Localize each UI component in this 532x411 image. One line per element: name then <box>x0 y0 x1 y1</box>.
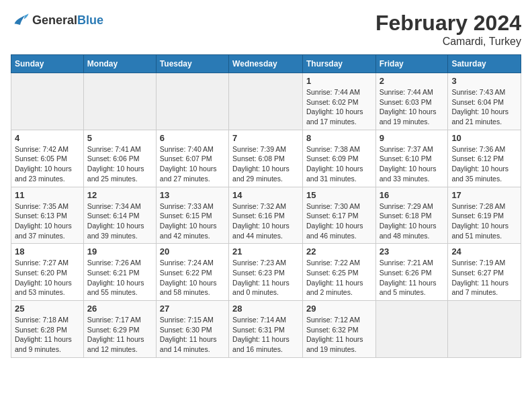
day-info: Sunrise: 7:17 AM Sunset: 6:29 PM Dayligh… <box>87 315 152 355</box>
calendar-cell: 13Sunrise: 7:33 AM Sunset: 6:15 PM Dayli… <box>156 187 228 244</box>
day-info: Sunrise: 7:36 AM Sunset: 6:12 PM Dayligh… <box>451 144 517 184</box>
day-number: 13 <box>160 190 225 200</box>
calendar-header-thursday: Thursday <box>302 55 375 73</box>
calendar-cell: 5Sunrise: 7:41 AM Sunset: 6:06 PM Daylig… <box>83 130 156 187</box>
day-number: 1 <box>306 76 372 86</box>
day-number: 28 <box>232 304 299 314</box>
day-number: 19 <box>87 246 152 257</box>
day-number: 22 <box>306 246 372 257</box>
calendar-cell: 3Sunrise: 7:43 AM Sunset: 6:04 PM Daylig… <box>448 73 521 130</box>
calendar-cell: 12Sunrise: 7:34 AM Sunset: 6:14 PM Dayli… <box>83 187 156 244</box>
logo-icon <box>11 11 30 30</box>
day-info: Sunrise: 7:35 AM Sunset: 6:13 PM Dayligh… <box>15 201 80 241</box>
day-info: Sunrise: 7:40 AM Sunset: 6:07 PM Dayligh… <box>160 144 225 184</box>
day-info: Sunrise: 7:41 AM Sunset: 6:06 PM Dayligh… <box>87 144 152 184</box>
day-number: 20 <box>160 246 225 257</box>
calendar-cell: 25Sunrise: 7:18 AM Sunset: 6:28 PM Dayli… <box>11 301 84 358</box>
calendar-cell: 26Sunrise: 7:17 AM Sunset: 6:29 PM Dayli… <box>83 301 156 358</box>
calendar-cell: 18Sunrise: 7:27 AM Sunset: 6:20 PM Dayli… <box>11 244 84 301</box>
day-info: Sunrise: 7:24 AM Sunset: 6:22 PM Dayligh… <box>160 258 225 298</box>
calendar-cell <box>83 73 156 130</box>
logo-text: GeneralBlue <box>32 13 103 28</box>
calendar-week-3: 11Sunrise: 7:35 AM Sunset: 6:13 PM Dayli… <box>11 187 521 244</box>
page-header: GeneralBlue February 2024 Camardi, Turke… <box>11 11 521 48</box>
calendar-header-wednesday: Wednesday <box>229 55 303 73</box>
day-number: 17 <box>451 190 517 200</box>
calendar-header-sunday: Sunday <box>11 55 84 73</box>
day-info: Sunrise: 7:44 AM Sunset: 6:02 PM Dayligh… <box>306 87 372 127</box>
calendar-cell: 11Sunrise: 7:35 AM Sunset: 6:13 PM Dayli… <box>11 187 84 244</box>
day-number: 8 <box>306 133 372 143</box>
calendar-table: SundayMondayTuesdayWednesdayThursdayFrid… <box>11 54 521 358</box>
calendar-week-2: 4Sunrise: 7:42 AM Sunset: 6:05 PM Daylig… <box>11 130 521 187</box>
day-info: Sunrise: 7:21 AM Sunset: 6:26 PM Dayligh… <box>380 258 445 298</box>
logo-general: General <box>32 13 77 27</box>
calendar-cell: 1Sunrise: 7:44 AM Sunset: 6:02 PM Daylig… <box>302 73 375 130</box>
day-number: 15 <box>306 190 372 200</box>
calendar-cell: 16Sunrise: 7:29 AM Sunset: 6:18 PM Dayli… <box>375 187 448 244</box>
calendar-week-5: 25Sunrise: 7:18 AM Sunset: 6:28 PM Dayli… <box>11 301 521 358</box>
calendar-cell: 29Sunrise: 7:12 AM Sunset: 6:32 PM Dayli… <box>302 301 375 358</box>
calendar-cell: 21Sunrise: 7:23 AM Sunset: 6:23 PM Dayli… <box>229 244 303 301</box>
calendar-cell <box>156 73 228 130</box>
day-info: Sunrise: 7:15 AM Sunset: 6:30 PM Dayligh… <box>160 315 225 355</box>
day-info: Sunrise: 7:44 AM Sunset: 6:03 PM Dayligh… <box>380 87 445 127</box>
day-info: Sunrise: 7:43 AM Sunset: 6:04 PM Dayligh… <box>451 87 517 127</box>
day-number: 18 <box>15 246 80 257</box>
calendar-cell: 27Sunrise: 7:15 AM Sunset: 6:30 PM Dayli… <box>156 301 228 358</box>
day-number: 27 <box>160 304 225 314</box>
calendar-cell: 22Sunrise: 7:22 AM Sunset: 6:25 PM Dayli… <box>302 244 375 301</box>
calendar-cell: 24Sunrise: 7:19 AM Sunset: 6:27 PM Dayli… <box>448 244 521 301</box>
calendar-cell: 10Sunrise: 7:36 AM Sunset: 6:12 PM Dayli… <box>448 130 521 187</box>
calendar-cell: 4Sunrise: 7:42 AM Sunset: 6:05 PM Daylig… <box>11 130 84 187</box>
calendar-header-saturday: Saturday <box>448 55 521 73</box>
day-info: Sunrise: 7:29 AM Sunset: 6:18 PM Dayligh… <box>380 201 445 241</box>
day-number: 14 <box>232 190 299 200</box>
page-subtitle: Camardi, Turkey <box>375 36 521 48</box>
calendar-cell: 14Sunrise: 7:32 AM Sunset: 6:16 PM Dayli… <box>229 187 303 244</box>
page-title: February 2024 <box>375 11 521 36</box>
day-info: Sunrise: 7:38 AM Sunset: 6:09 PM Dayligh… <box>306 144 372 184</box>
logo: GeneralBlue <box>11 11 103 30</box>
calendar-cell: 19Sunrise: 7:26 AM Sunset: 6:21 PM Dayli… <box>83 244 156 301</box>
day-number: 16 <box>380 190 445 200</box>
calendar-cell: 23Sunrise: 7:21 AM Sunset: 6:26 PM Dayli… <box>375 244 448 301</box>
calendar-cell: 2Sunrise: 7:44 AM Sunset: 6:03 PM Daylig… <box>375 73 448 130</box>
calendar-cell: 28Sunrise: 7:14 AM Sunset: 6:31 PM Dayli… <box>229 301 303 358</box>
day-info: Sunrise: 7:34 AM Sunset: 6:14 PM Dayligh… <box>87 201 152 241</box>
day-info: Sunrise: 7:12 AM Sunset: 6:32 PM Dayligh… <box>306 315 372 355</box>
day-number: 25 <box>15 304 80 314</box>
day-number: 3 <box>451 76 517 86</box>
day-info: Sunrise: 7:23 AM Sunset: 6:23 PM Dayligh… <box>232 258 299 298</box>
day-number: 4 <box>15 133 80 143</box>
day-number: 5 <box>87 133 152 143</box>
day-info: Sunrise: 7:30 AM Sunset: 6:17 PM Dayligh… <box>306 201 372 241</box>
calendar-cell: 20Sunrise: 7:24 AM Sunset: 6:22 PM Dayli… <box>156 244 228 301</box>
day-info: Sunrise: 7:42 AM Sunset: 6:05 PM Dayligh… <box>15 144 80 184</box>
day-number: 26 <box>87 304 152 314</box>
logo-blue: Blue <box>77 13 103 27</box>
calendar-header-friday: Friday <box>375 55 448 73</box>
day-number: 7 <box>232 133 299 143</box>
day-info: Sunrise: 7:27 AM Sunset: 6:20 PM Dayligh… <box>15 258 80 298</box>
day-info: Sunrise: 7:32 AM Sunset: 6:16 PM Dayligh… <box>232 201 299 241</box>
calendar-cell: 7Sunrise: 7:39 AM Sunset: 6:08 PM Daylig… <box>229 130 303 187</box>
calendar-header-monday: Monday <box>83 55 156 73</box>
day-info: Sunrise: 7:18 AM Sunset: 6:28 PM Dayligh… <box>15 315 80 355</box>
calendar-header-tuesday: Tuesday <box>156 55 228 73</box>
calendar-week-1: 1Sunrise: 7:44 AM Sunset: 6:02 PM Daylig… <box>11 73 521 130</box>
calendar-cell <box>11 73 84 130</box>
day-number: 12 <box>87 190 152 200</box>
calendar-week-4: 18Sunrise: 7:27 AM Sunset: 6:20 PM Dayli… <box>11 244 521 301</box>
calendar-cell <box>229 73 303 130</box>
day-number: 10 <box>451 133 517 143</box>
calendar-cell <box>448 301 521 358</box>
calendar-cell: 15Sunrise: 7:30 AM Sunset: 6:17 PM Dayli… <box>302 187 375 244</box>
day-number: 9 <box>380 133 445 143</box>
day-number: 11 <box>15 190 80 200</box>
calendar-cell: 6Sunrise: 7:40 AM Sunset: 6:07 PM Daylig… <box>156 130 228 187</box>
day-number: 6 <box>160 133 225 143</box>
calendar-cell <box>375 301 448 358</box>
title-block: February 2024 Camardi, Turkey <box>375 11 521 48</box>
day-info: Sunrise: 7:28 AM Sunset: 6:19 PM Dayligh… <box>451 201 517 241</box>
